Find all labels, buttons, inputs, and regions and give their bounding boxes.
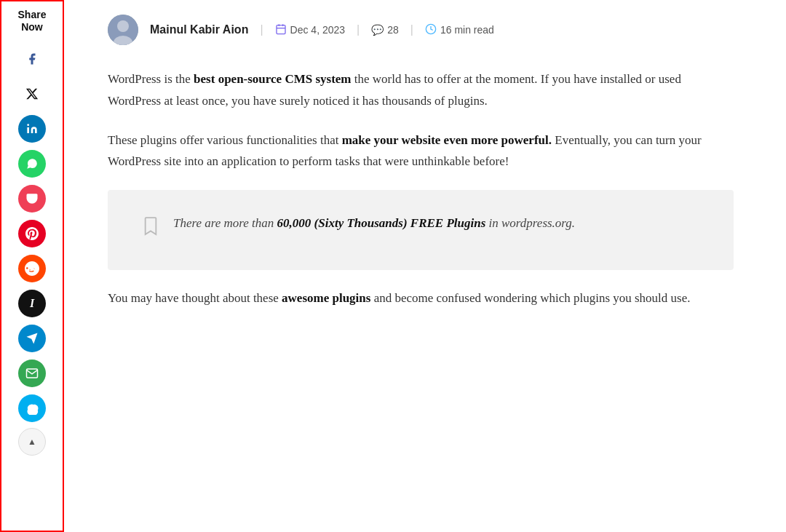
- share-sidebar: Share Now I: [0, 0, 64, 532]
- reddit-share-button[interactable]: [18, 255, 46, 282]
- bookmark-icon: [143, 215, 159, 247]
- clock-icon: [425, 23, 437, 37]
- article-main: Mainul Kabir Aion | Dec 4, 2023 | 💬 28 |…: [64, 0, 777, 532]
- social-icons-list: I: [1, 45, 63, 422]
- email-share-button[interactable]: [18, 360, 46, 387]
- svg-point-0: [27, 124, 29, 126]
- article-body: WordPress is the best open-source CMS sy…: [108, 68, 734, 309]
- paragraph-3: You may have thought about these awesome…: [108, 287, 734, 309]
- author-name: Mainul Kabir Aion: [150, 23, 248, 36]
- comment-icon: 💬: [371, 24, 384, 36]
- svg-point-3: [117, 20, 129, 32]
- linkedin-share-button[interactable]: [18, 115, 46, 143]
- blockquote-box: There are more than 60,000 (Sixty Thousa…: [108, 190, 734, 270]
- twitter-share-button[interactable]: [18, 80, 46, 108]
- pinterest-share-button[interactable]: [18, 220, 46, 247]
- article-date: Dec 4, 2023: [275, 23, 346, 37]
- svg-rect-5: [277, 25, 285, 33]
- facebook-share-button[interactable]: [18, 45, 46, 73]
- blockquote-text: There are more than 60,000 (Sixty Thousa…: [173, 213, 575, 234]
- calendar-icon: [275, 23, 287, 37]
- share-now-title: Share Now: [18, 9, 47, 33]
- article-comments: 💬 28: [371, 24, 399, 36]
- article-read-time: 16 min read: [425, 23, 494, 37]
- instapaper-share-button[interactable]: I: [18, 290, 46, 317]
- whatsapp-share-button[interactable]: [18, 150, 46, 178]
- collapse-button[interactable]: ▲: [18, 428, 46, 456]
- paragraph-1: WordPress is the best open-source CMS sy…: [108, 68, 734, 112]
- skype-share-button[interactable]: [18, 394, 46, 422]
- pocket-share-button[interactable]: [18, 185, 46, 213]
- article-meta: Mainul Kabir Aion | Dec 4, 2023 | 💬 28 |…: [108, 15, 734, 45]
- author-avatar: [108, 15, 138, 45]
- telegram-share-button[interactable]: [18, 325, 46, 352]
- paragraph-2: These plugins offer various functionalit…: [108, 130, 734, 173]
